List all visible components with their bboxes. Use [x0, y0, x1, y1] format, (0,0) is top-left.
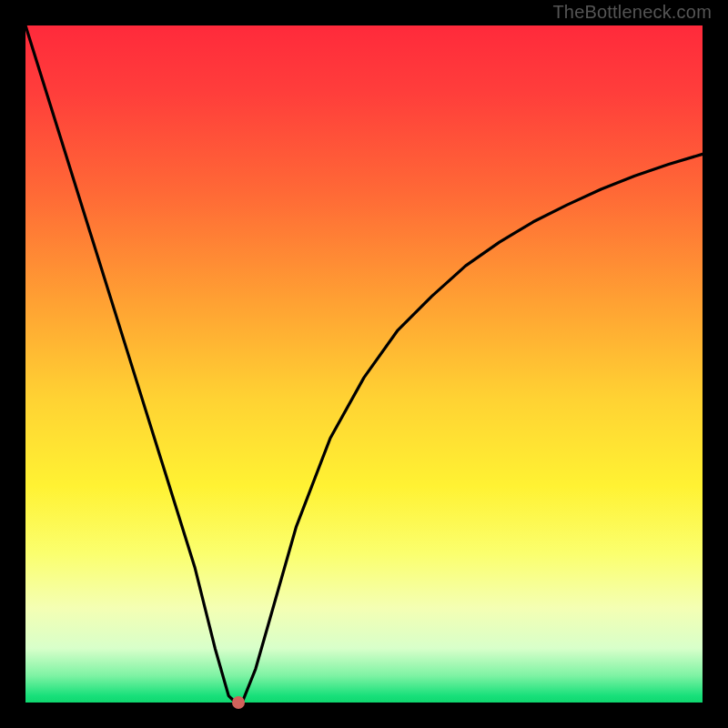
bottleneck-curve [25, 25, 703, 703]
watermark-text: TheBottleneck.com [552, 2, 712, 23]
chart-frame: TheBottleneck.com [0, 0, 728, 728]
plot-area [25, 25, 703, 703]
optimum-point [232, 696, 245, 709]
curve-svg [25, 25, 703, 703]
